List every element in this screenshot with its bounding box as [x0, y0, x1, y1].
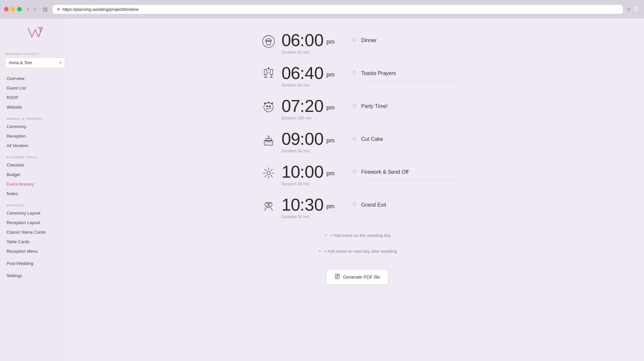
planning-tools-label: PLANNING TOOLS — [0, 153, 70, 160]
party-hour: 07 — [282, 97, 300, 115]
browser-chrome: ‹ › ⊡ https://planning.wedding/project/t… — [0, 0, 644, 18]
sidebar-item-table-cards[interactable]: Table Cards — [0, 237, 70, 246]
add-next-day-button[interactable]: ＋ + Add event on next day after wedding — [259, 245, 456, 257]
exit-duration: Duration 30 min — [282, 215, 348, 219]
exit-hour: 10 — [282, 196, 300, 213]
toasts-minute: 40 — [305, 64, 324, 82]
cake-event: Cut Cake — [361, 130, 456, 147]
toasts-icon — [259, 64, 278, 84]
firework-event: Firework & Send Off — [361, 163, 456, 180]
main-content: 06 : 00 pm Duration 40 min Dinner — [70, 18, 644, 361]
add-next-day-label: + Add event on next day after wedding — [324, 249, 397, 254]
nav-buttons: ‹ › — [25, 6, 38, 13]
svg-point-10 — [268, 102, 269, 103]
timeline-item-firework: 10 : 00 pm Duration 30 min Firework & Se… — [259, 163, 456, 186]
exit-icon — [259, 196, 278, 216]
svg-point-4 — [268, 68, 269, 69]
exit-title: Grand Exit — [361, 202, 456, 213]
sidebar-item-guest-list[interactable]: Guest List — [0, 83, 70, 93]
sidebar-item-website[interactable]: Website — [0, 102, 70, 112]
connector-dot — [353, 203, 356, 206]
toasts-hour: 06 — [282, 64, 300, 82]
toasts-title: Toasts Prayers — [361, 70, 456, 81]
maximize-button[interactable] — [17, 7, 22, 12]
sidebar-item-reception-layout[interactable]: Reception Layout — [0, 218, 70, 227]
toasts-ampm: pm — [326, 71, 335, 78]
cake-title: Cut Cake — [361, 136, 456, 147]
sidebar-item-ceremony[interactable]: Ceremony — [0, 122, 70, 131]
plus-icon: ＋ — [323, 232, 328, 238]
nav-venues-section: VENUES & VENDORS Ceremony Reception All … — [0, 115, 70, 150]
sidebar-item-ceremony-layout[interactable]: Ceremony Layout — [0, 208, 70, 218]
sidebar-toggle-button[interactable]: ⊡ — [41, 6, 49, 13]
dinner-connector — [353, 32, 356, 55]
project-selector[interactable]: Anna & Tom ▾ — [5, 58, 65, 68]
dinner-time-block: 06 : 00 pm Duration 40 min — [282, 32, 348, 55]
sidebar-item-reception-menu[interactable]: Reception Menu — [0, 246, 70, 256]
sidebar-item-checklist[interactable]: Checklist — [0, 160, 70, 170]
sidebar-item-rsvp[interactable]: RSVP — [0, 93, 70, 102]
party-ampm: pm — [326, 104, 335, 111]
forward-button[interactable]: › — [32, 6, 38, 13]
supplies-label: SUPPLIES — [0, 201, 70, 208]
sidebar-item-overview[interactable]: Overview — [0, 74, 70, 83]
back-button[interactable]: ‹ — [25, 6, 31, 13]
sidebar-item-event-itinerary[interactable]: Event Itinerary — [0, 179, 70, 189]
close-button[interactable] — [4, 7, 9, 12]
generate-pdf-button[interactable]: Generate PDF file — [326, 269, 388, 285]
svg-rect-2 — [264, 69, 267, 75]
add-wedding-day-button[interactable]: ＋ + Add event on the wedding day — [259, 229, 456, 242]
nav-settings-section: Settings — [0, 271, 70, 280]
sidebar-item-post-wedding[interactable]: Post-Wedding — [0, 259, 70, 268]
project-name: Anna & Tom — [9, 60, 32, 65]
cake-minute: 00 — [305, 130, 324, 147]
firework-minute: 00 — [305, 163, 324, 180]
chevron-down-icon: ▾ — [60, 61, 62, 65]
cake-icon — [259, 130, 278, 150]
svg-rect-12 — [266, 139, 271, 141]
party-time-block: 07 : 20 pm Duration 100 min — [282, 97, 348, 120]
firework-connector — [353, 163, 356, 186]
sidebar-item-notes[interactable]: Notes — [0, 189, 70, 198]
cake-hour: 09 — [282, 130, 300, 147]
sidebar-item-budget[interactable]: Budget — [0, 170, 70, 179]
bookmark-button[interactable]: ☆ — [626, 6, 631, 13]
sidebar-item-settings[interactable]: Settings — [0, 271, 70, 280]
connector-line — [354, 140, 354, 153]
share-button[interactable]: ⬜ — [633, 6, 640, 13]
svg-rect-1 — [266, 40, 271, 41]
connector-line — [354, 173, 354, 186]
sidebar-logo — [0, 25, 70, 41]
svg-rect-25 — [335, 274, 339, 279]
dinner-minute: 00 — [305, 32, 324, 49]
nav-planning-section: PLANNING TOOLS Checklist Budget Event It… — [0, 153, 70, 198]
pdf-icon — [334, 273, 340, 280]
browser-actions: ☆ ⬜ — [626, 6, 640, 13]
firework-duration: Duration 30 min — [282, 182, 348, 186]
wedding-project-label: WEDDING PROJECT — [0, 52, 44, 56]
logo-mark — [25, 25, 45, 41]
timeline-item-toasts: 06 : 40 pm Duration 40 min Toasts Prayer… — [259, 64, 456, 88]
party-connector — [353, 97, 356, 120]
connector-dot — [353, 104, 356, 107]
sidebar: WEDDING PROJECT Anna & Tom ▾ Overview Gu… — [0, 18, 70, 361]
sidebar-item-all-vendors[interactable]: All Vendors — [0, 141, 70, 150]
connector-line — [354, 107, 354, 120]
dinner-icon — [259, 32, 278, 51]
exit-connector — [353, 196, 356, 206]
plus-icon-2: ＋ — [318, 248, 322, 254]
firework-title: Firework & Send Off — [361, 169, 456, 180]
dinner-title: Dinner — [361, 38, 456, 48]
toasts-connector — [353, 64, 356, 88]
exit-minute: 30 — [305, 196, 324, 213]
party-minute: 20 — [305, 97, 324, 115]
cake-ampm: pm — [326, 137, 335, 144]
svg-point-5 — [264, 103, 273, 112]
sidebar-item-reception[interactable]: Reception — [0, 131, 70, 141]
sidebar-item-classic-name-cards[interactable]: Classic Name Cards — [0, 227, 70, 237]
minimize-button[interactable] — [11, 7, 15, 12]
secure-icon — [57, 8, 60, 11]
dinner-event: Dinner — [361, 32, 456, 48]
address-bar[interactable]: https://planning.wedding/project/timelin… — [53, 5, 623, 14]
generate-pdf-label: Generate PDF file — [343, 274, 380, 280]
